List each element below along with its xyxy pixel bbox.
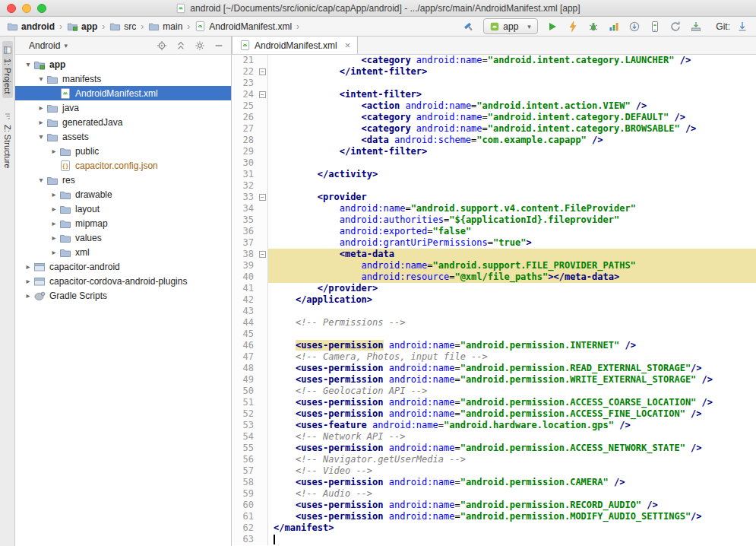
profile-button[interactable] <box>606 18 622 35</box>
chevron-right-icon[interactable]: ▸ <box>36 103 46 112</box>
code-text[interactable]: android:exported="false" <box>268 226 756 237</box>
code-text[interactable]: <uses-permission android:name="android.p… <box>268 443 756 454</box>
avd-manager-button[interactable] <box>647 18 663 35</box>
zoom-window-button[interactable] <box>37 4 46 13</box>
code-text[interactable]: </application> <box>268 294 756 306</box>
close-tab-icon[interactable]: × <box>345 40 351 50</box>
code-text[interactable]: <uses-permission android:name="android.p… <box>268 397 756 408</box>
code-text[interactable]: <category android:name="android.intent.c… <box>268 112 756 123</box>
collapse-all-button[interactable] <box>175 40 187 52</box>
build-project-button[interactable] <box>460 18 477 35</box>
code-text[interactable]: <!-- Geolocation API --> <box>268 386 756 397</box>
code-text[interactable]: <provider <box>268 192 756 203</box>
code-text[interactable]: <!-- Video --> <box>268 465 756 477</box>
tree-item-xml[interactable]: ▸xml <box>15 245 231 259</box>
breadcrumb-src[interactable]: src <box>108 20 138 33</box>
tree-item-manifests[interactable]: ▾manifests <box>15 71 231 86</box>
tree-item-drawable[interactable]: ▸drawable <box>15 187 231 202</box>
tree-item-gradle-scripts[interactable]: ▸Gradle Scripts <box>15 288 231 303</box>
hide-panel-button[interactable] <box>213 40 225 52</box>
tree-item-capacitor-android[interactable]: ▸capacitor-android <box>15 259 231 274</box>
code-text[interactable]: <meta-data <box>268 249 756 260</box>
chevron-right-icon[interactable]: ▸ <box>49 248 59 256</box>
git-update-button[interactable] <box>734 18 751 35</box>
editor-tab[interactable]: AndroidManifest.xml × <box>232 37 358 54</box>
breadcrumb-main[interactable]: main <box>147 20 184 33</box>
chevron-right-icon[interactable]: ▸ <box>36 118 46 126</box>
code-text[interactable]: <category android:name="android.intent.c… <box>268 123 756 135</box>
code-text[interactable]: <uses-permission android:name="android.p… <box>268 477 756 488</box>
code-text[interactable] <box>268 534 756 545</box>
sdk-manager-button[interactable] <box>688 18 704 35</box>
tree-item-androidmanifest-xml[interactable]: AndroidManifest.xml <box>15 86 231 100</box>
code-text[interactable]: <intent-filter> <box>268 89 756 100</box>
breadcrumb-android[interactable]: android <box>5 20 56 33</box>
tree-item-mipmap[interactable]: ▸mipmap <box>15 216 231 230</box>
code-text[interactable]: android:authorities="${applicationId}.fi… <box>268 214 756 226</box>
chevron-right-icon[interactable]: ▸ <box>49 190 59 198</box>
attach-debugger-button[interactable] <box>626 18 643 35</box>
code-text[interactable]: <uses-permission android:name="android.p… <box>268 340 756 351</box>
tree-item-capacitor-config-json[interactable]: {}capacitor.config.json <box>15 158 231 173</box>
chevron-right-icon[interactable]: ▸ <box>49 219 59 227</box>
code-text[interactable] <box>268 329 756 340</box>
tree-item-assets[interactable]: ▾assets <box>15 129 231 144</box>
code-text[interactable]: <data android:scheme="com.example.capapp… <box>268 135 756 146</box>
code-text[interactable]: <category android:name="android.intent.c… <box>268 55 756 66</box>
code-text[interactable]: <!-- Navigator.getUserMedia --> <box>268 454 756 465</box>
code-text[interactable]: <uses-permission android:name="android.p… <box>268 500 756 511</box>
sync-gradle-button[interactable] <box>667 18 684 35</box>
tree-item-app[interactable]: ▾app <box>15 57 231 71</box>
debug-button[interactable] <box>585 18 602 35</box>
code-text[interactable] <box>268 157 756 169</box>
code-text[interactable]: <!-- Network API --> <box>268 431 756 443</box>
code-text[interactable] <box>268 180 756 192</box>
breadcrumb-androidmanifest-xml[interactable]: AndroidManifest.xml <box>193 20 293 33</box>
run-config-selector[interactable]: app▾ <box>483 18 538 34</box>
run-button[interactable] <box>544 18 561 35</box>
code-text[interactable]: <uses-permission android:name="android.p… <box>268 363 756 374</box>
settings-button[interactable] <box>194 40 206 52</box>
code-text[interactable]: </intent-filter> <box>268 146 756 157</box>
code-text[interactable]: </intent-filter> <box>268 66 756 78</box>
chevron-right-icon[interactable]: ▸ <box>23 277 33 285</box>
code-text[interactable]: android:grantUriPermissions="true"> <box>268 237 756 249</box>
tree-item-capacitor-cordova-android-plugins[interactable]: ▸capacitor-cordova-android-plugins <box>15 274 231 288</box>
fold-marker-icon[interactable]: − <box>259 91 266 98</box>
code-text[interactable]: <uses-permission android:name="android.p… <box>268 374 756 386</box>
tree-item-public[interactable]: ▸public <box>15 144 231 158</box>
close-window-button[interactable] <box>7 4 16 13</box>
locate-file-button[interactable] <box>156 40 168 52</box>
tree-item-values[interactable]: ▸values <box>15 230 231 245</box>
tree-item-generatedjava[interactable]: ▸generatedJava <box>15 115 231 129</box>
code-text[interactable]: <uses-permission android:name="android.p… <box>268 511 756 522</box>
tree-item-java[interactable]: ▸java <box>15 100 231 115</box>
tree-item-layout[interactable]: ▸layout <box>15 202 231 216</box>
fold-marker-icon[interactable]: − <box>259 68 266 75</box>
breadcrumb-app[interactable]: app <box>65 20 99 33</box>
fold-marker-icon[interactable]: − <box>259 194 266 201</box>
tool-window-button-z-structure[interactable]: Z: Structure <box>2 107 13 173</box>
apply-changes-button[interactable] <box>565 18 581 35</box>
tool-window-button-1-project[interactable]: 1: Project <box>2 41 13 98</box>
minimize-window-button[interactable] <box>22 4 31 13</box>
code-text[interactable]: </manifest> <box>268 522 756 534</box>
fold-marker-icon[interactable]: − <box>259 251 266 258</box>
code-text[interactable]: android:name="android.support.FILE_PROVI… <box>268 260 756 271</box>
chevron-right-icon[interactable]: ▸ <box>49 233 59 242</box>
code-text[interactable]: <!-- Camera, Photos, input file --> <box>268 351 756 363</box>
chevron-right-icon[interactable]: ▸ <box>23 262 33 271</box>
code-text[interactable]: android:resource="@xml/file_paths"></met… <box>268 271 756 283</box>
git-widget[interactable]: Git: <box>716 21 730 32</box>
chevron-right-icon[interactable]: ▸ <box>49 205 59 213</box>
code-text[interactable]: <!-- Permissions --> <box>268 317 756 329</box>
code-text[interactable]: <uses-permission android:name="android.p… <box>268 408 756 420</box>
project-view-selector[interactable]: Android ▾ <box>21 40 68 51</box>
tree-item-res[interactable]: ▾res <box>15 173 231 187</box>
code-text[interactable]: <action android:name="android.intent.act… <box>268 100 756 112</box>
chevron-down-icon[interactable]: ▾ <box>36 132 46 141</box>
code-text[interactable]: <!-- Audio --> <box>268 488 756 500</box>
code-text[interactable]: </activity> <box>268 169 756 180</box>
code-text[interactable]: </provider> <box>268 283 756 294</box>
chevron-down-icon[interactable]: ▾ <box>36 176 46 184</box>
